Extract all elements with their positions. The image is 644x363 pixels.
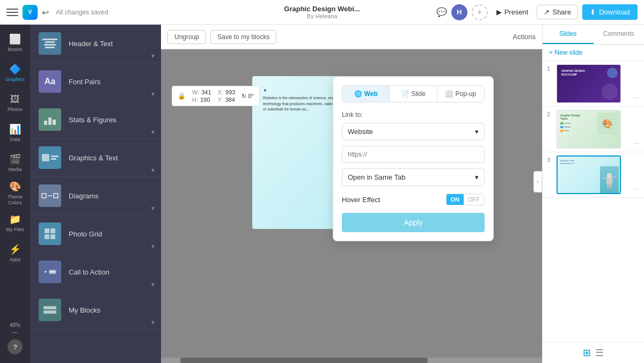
website-dropdown[interactable]: Website ▾	[342, 123, 485, 140]
grid-view-icon[interactable]: ⊞	[583, 347, 591, 359]
apps-icon: ⚡	[9, 243, 21, 255]
tab-web[interactable]: 🌐 Web	[342, 86, 390, 102]
apply-button[interactable]: Apply	[342, 213, 485, 232]
blocks-sidebar: Header & Text ▼ Aa Font Pairs ▼	[30, 25, 161, 363]
ungroup-button[interactable]: Ungroup	[167, 30, 206, 44]
block-label-my-blocks: My Blocks	[69, 306, 100, 314]
undo-button[interactable]: ↩	[42, 8, 52, 17]
svg-rect-10	[603, 177, 606, 179]
help-button[interactable]: ?	[8, 339, 23, 354]
tab-slide[interactable]: 📄 Slide	[390, 86, 437, 102]
slide-panel-toggle[interactable]: ›	[533, 171, 542, 192]
add-collaborator-button[interactable]: +	[472, 4, 488, 20]
block-chevron-graphics-text: ▼	[150, 167, 156, 173]
block-icon-call-to-action: ✦	[39, 261, 61, 283]
slide-1-actions: ⋯	[634, 95, 640, 102]
download-icon: ⬇	[590, 8, 596, 16]
tab-slides[interactable]: Slides	[543, 25, 594, 44]
avatar[interactable]: H	[451, 4, 467, 20]
present-button[interactable]: ▶ Present	[492, 5, 533, 19]
save-to-my-blocks-button[interactable]: Save to my blocks	[210, 30, 276, 44]
share-button[interactable]: ↗ Share	[537, 5, 578, 19]
canvas-scrollbar-thumb[interactable]	[180, 358, 428, 363]
canvas-scrollbar[interactable]	[161, 358, 542, 363]
block-label-graphics-text: Graphics & Text	[69, 154, 118, 162]
dimension-position-group: X: 993 Y: 384	[218, 89, 236, 103]
tab-comments[interactable]: Comments	[594, 25, 645, 44]
sidebar-item-theme-colors[interactable]: 🎨 Theme Colors	[2, 179, 28, 207]
open-in-dropdown[interactable]: Open in Same Tab ▾	[342, 168, 485, 186]
block-label-photo-grid: Photo Grid	[69, 230, 102, 238]
tab-popup[interactable]: ⬜ Pop-up	[437, 86, 484, 102]
visme-logo: V	[23, 5, 38, 20]
sidebar-item-my-files[interactable]: 📁 My Files	[2, 209, 28, 237]
sidebar-item-apps[interactable]: ⚡ Apps	[2, 239, 28, 267]
block-item-diagrams[interactable]: Diagrams ▼	[30, 177, 161, 215]
zoom-minus-icon[interactable]: —	[12, 329, 18, 335]
block-chevron-stats-figures: ▼	[150, 129, 156, 135]
main-area: ⬜ Basics 🔷 Graphics 🖼 Photos 📊 Data 🎬 Me…	[0, 25, 644, 363]
graphics-icon: 🔷	[9, 63, 21, 75]
block-icon-photo-grid	[39, 223, 61, 245]
block-label-stats-figures: Stats & Figures	[69, 116, 116, 124]
basics-icon: ⬜	[9, 33, 21, 45]
chevron-right-icon: ›	[537, 179, 538, 184]
slide-thumb-1[interactable]: 1 GRAPHIC DESIGNBOOTCAMP ⋯	[543, 61, 644, 107]
block-chevron-diagrams: ▼	[150, 205, 156, 211]
canvas-area: Ungroup Save to my blocks Actions 🔒 W: 3…	[161, 25, 542, 363]
slide-3-actions: ⋯	[634, 186, 640, 193]
download-button[interactable]: ⬇ Download	[582, 4, 638, 20]
slide-thumb-img-3: Robotics is theintersection of...	[557, 155, 621, 194]
slide-thumb-img-1: GRAPHIC DESIGNBOOTCAMP	[557, 64, 621, 103]
slide-3-more-icon[interactable]: ⋯	[634, 186, 640, 193]
hamburger-menu-button[interactable]	[6, 6, 18, 18]
block-item-call-to-action[interactable]: ✦ Call to Action ▼	[30, 253, 161, 291]
hover-toggle[interactable]: ON OFF	[446, 194, 485, 205]
list-view-icon[interactable]: ☰	[595, 347, 604, 359]
slide-1-more-icon[interactable]: ⋯	[634, 95, 640, 102]
block-item-font-pairs[interactable]: Aa Font Pairs ▼	[30, 63, 161, 101]
slide-thumb-img-2: Graphic DesignTypes Visual Motion Print …	[557, 110, 621, 149]
block-chevron-my-blocks: ▼	[150, 320, 156, 325]
block-item-stats-figures[interactable]: Stats & Figures ▼	[30, 101, 161, 139]
sidebar-item-graphics[interactable]: 🔷 Graphics	[2, 59, 28, 87]
block-item-graphics-text[interactable]: Graphics & Text ▼	[30, 139, 161, 177]
hover-on-toggle[interactable]: ON	[447, 194, 464, 205]
url-input[interactable]	[342, 146, 485, 163]
slide-2-more-icon[interactable]: ⋯	[634, 140, 640, 147]
document-title[interactable]: Graphic Design Webi...	[284, 5, 360, 13]
sidebar-item-photos[interactable]: 🖼 Photos	[2, 89, 28, 117]
chevron-down-icon-2: ▾	[475, 173, 479, 181]
canvas-toolbar: Ungroup Save to my blocks Actions	[161, 25, 542, 49]
theme-colors-icon: 🎨	[9, 181, 21, 192]
slide-icon: 📄	[401, 90, 409, 98]
zoom-control[interactable]: 40% —	[8, 320, 23, 337]
block-item-header-text[interactable]: Header & Text ▼	[30, 25, 161, 63]
link-tabs: 🌐 Web 📄 Slide ⬜ Pop-up	[342, 85, 485, 102]
height-value: 190	[200, 97, 210, 103]
thumb-content-1: GRAPHIC DESIGNBOOTCAMP	[557, 65, 620, 102]
block-item-my-blocks[interactable]: My Blocks ▼	[30, 291, 161, 329]
block-item-photo-grid[interactable]: Photo Grid ▼	[30, 215, 161, 253]
comment-icon[interactable]: 💬	[436, 7, 447, 17]
hover-off-toggle[interactable]: OFF	[464, 194, 484, 205]
saved-status: All changes saved	[56, 9, 108, 16]
topbar-right: 💬 H + ▶ Present ↗ Share ⬇ Download	[436, 4, 638, 20]
block-icon-my-blocks	[39, 299, 61, 321]
sidebar-item-basics[interactable]: ⬜ Basics	[2, 29, 28, 57]
rotation-group: ↻ 0°	[241, 93, 254, 100]
dimension-width-group: W: 341 H: 190	[192, 89, 211, 103]
rotate-icon: ↻	[241, 93, 246, 100]
visme-logo-icon: V	[23, 5, 38, 20]
new-slide-button[interactable]: + New slide	[543, 45, 644, 61]
lock-icon: 🔒	[178, 92, 186, 100]
block-label-diagrams: Diagrams	[69, 192, 99, 200]
slide-thumb-3[interactable]: 3 Robotics is theintersection of...	[543, 152, 644, 198]
sidebar-item-data[interactable]: 📊 Data	[2, 119, 28, 147]
data-icon: 📊	[9, 123, 21, 135]
canvas-viewport[interactable]: 🔒 W: 341 H: 190 X: 993	[161, 49, 542, 363]
slide-thumb-2[interactable]: 2 Graphic DesignTypes Visual Motion Prin…	[543, 107, 644, 152]
hover-effect-row: Hover Effect ON OFF	[342, 194, 485, 205]
svg-rect-13	[610, 184, 612, 189]
sidebar-item-media[interactable]: 🎬 Media	[2, 149, 28, 177]
